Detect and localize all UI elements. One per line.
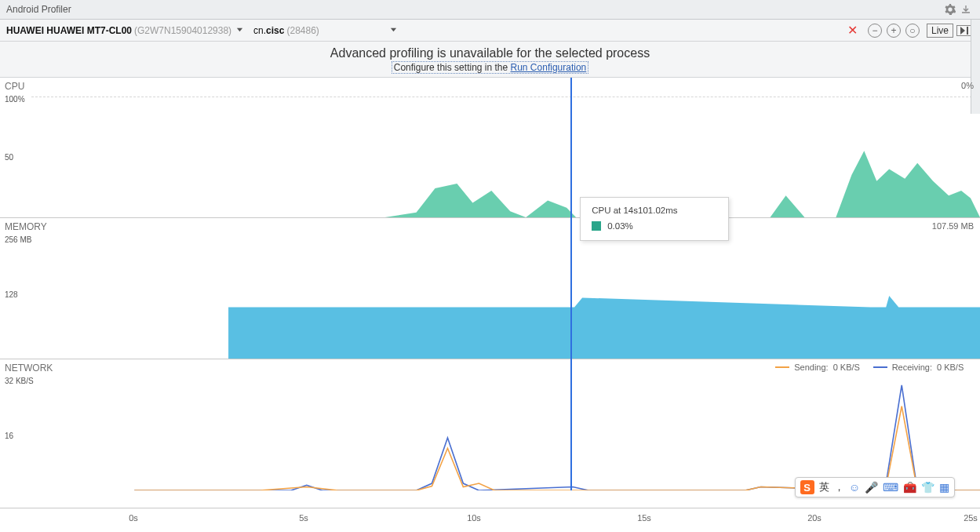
memory-current-value: 107.59 MB (932, 221, 974, 231)
live-label: Live (931, 25, 949, 36)
chevron-down-icon (390, 26, 398, 34)
xaxis-tick: 5s (299, 513, 308, 523)
xaxis-tick: 0s (129, 513, 138, 523)
network-ytick-max: 32 KB/S (5, 377, 34, 385)
advanced-profiling-banner: Advanced profiling is unavailable for th… (0, 42, 980, 78)
cpu-title: CPU (5, 81, 24, 92)
cpu-panel[interactable]: CPU 0% 100% 50 (0, 78, 980, 217)
memory-ytick-mid: 128 (5, 290, 18, 299)
skin-icon[interactable]: 👕 (921, 481, 934, 494)
memory-ytick-max: 256 MB (5, 235, 31, 244)
device-serial: (G2W7N15904012938) (134, 25, 231, 36)
ime-punct[interactable]: ， (834, 480, 844, 494)
zoom-in-button[interactable]: + (887, 24, 901, 38)
tooltip-title: CPU at 14s101.02ms (592, 206, 717, 215)
right-tool-window-stripe[interactable] (971, 20, 980, 114)
network-chart (31, 359, 980, 490)
gear-icon[interactable] (942, 2, 958, 17)
cpu-ytick-mid: 50 (5, 153, 13, 162)
time-axis: 0s 5s 10s 15s 20s 25s (0, 508, 980, 532)
microphone-icon[interactable]: 🎤 (865, 481, 878, 494)
ime-lang[interactable]: 英 (819, 480, 829, 494)
sending-label: Sending: (794, 363, 828, 372)
keyboard-icon[interactable]: ⌨ (883, 481, 898, 494)
cpu-tooltip: CPU at 14s101.02ms 0.03% (580, 197, 729, 241)
network-ytick-mid: 16 (5, 432, 13, 440)
sogou-logo-icon: S (800, 480, 814, 494)
receiving-label: Receiving: (892, 363, 932, 372)
sending-value: 0 KB/S (833, 363, 869, 372)
device-selector[interactable]: HUAWEI HUAWEI MT7-CL00 (G2W7N15904012938… (6, 25, 244, 36)
close-icon[interactable]: ✕ (847, 23, 858, 38)
network-title: NETWORK (5, 363, 53, 373)
xaxis-tick: 20s (807, 513, 822, 523)
live-button[interactable]: Live (927, 24, 953, 38)
toolbar: HUAWEI HUAWEI MT7-CL00 (G2W7N15904012938… (0, 20, 980, 42)
titlebar-title: Android Profiler (6, 4, 71, 15)
cpu-ytick-max: 100% (5, 95, 25, 104)
device-name: HUAWEI HUAWEI MT7-CL00 (6, 25, 132, 36)
zoom-reset-button[interactable]: ○ (905, 24, 920, 38)
tooltip-swatch (592, 221, 601, 231)
process-name: cn.cisc (253, 25, 284, 36)
process-selector[interactable]: cn.cisc (28486) (244, 25, 398, 36)
network-legend: Sending: 0 KB/S Receiving: 0 KB/S (775, 363, 972, 372)
cpu-chart (31, 78, 980, 217)
xaxis-tick: 25s (964, 513, 978, 523)
memory-title: MEMORY (5, 221, 47, 232)
xaxis-tick: 10s (467, 513, 481, 523)
zoom-out-button[interactable]: − (868, 24, 882, 38)
banner-subline: Configure this setting in the Run Config… (0, 62, 980, 73)
smiley-icon[interactable]: ☺ (849, 481, 860, 494)
run-configuration-link[interactable]: Run Configuration (511, 62, 587, 73)
network-panel[interactable]: NETWORK Sending: 0 KB/S Receiving: 0 KB/… (0, 359, 980, 490)
receiving-swatch (873, 366, 887, 368)
xaxis-tick: 15s (637, 513, 651, 523)
grid-icon[interactable]: ▦ (939, 481, 949, 494)
tooltip-value: 0.03% (607, 221, 633, 231)
cpu-current-value: 0% (961, 81, 974, 90)
sending-swatch (775, 366, 789, 368)
receiving-value: 0 KB/S (937, 363, 972, 372)
banner-headline: Advanced profiling is unavailable for th… (0, 46, 980, 60)
process-pid: (28486) (286, 25, 319, 36)
profiler-panels: CPU 0% 100% 50 MEMORY 107.59 MB 256 MB 1… (0, 78, 980, 508)
memory-chart (31, 218, 980, 359)
titlebar: Android Profiler (0, 0, 980, 20)
memory-panel[interactable]: MEMORY 107.59 MB 256 MB 128 (0, 217, 980, 359)
toolbox-icon[interactable]: 🧰 (903, 481, 916, 494)
banner-sub-prefix: Configure this setting in the (394, 62, 511, 73)
ime-toolbar[interactable]: S 英 ， ☺ 🎤 ⌨ 🧰 👕 ▦ (795, 477, 955, 497)
export-icon[interactable] (958, 2, 974, 17)
chevron-down-icon (236, 26, 244, 34)
